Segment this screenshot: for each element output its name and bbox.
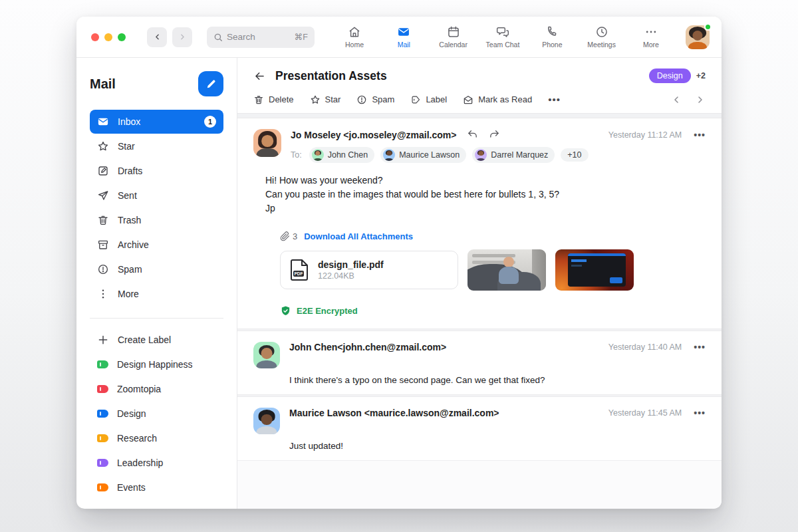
label-research[interactable]: Research [90, 426, 223, 450]
minimize-window-button[interactable] [104, 33, 112, 41]
recipient-name: John Chen [328, 150, 368, 160]
ellipsis-icon [644, 25, 658, 39]
forward-icon[interactable] [489, 129, 500, 140]
sidebar-item-inbox[interactable]: Inbox 1 [90, 110, 223, 134]
forward-button[interactable] [172, 27, 192, 47]
recipients-row: To: John Chen Maurice Lawson [291, 147, 706, 163]
search-input[interactable] [227, 32, 284, 42]
section-divider [237, 113, 722, 118]
compose-button[interactable] [198, 71, 223, 96]
chevron-left-icon [153, 33, 162, 41]
message-more-button[interactable]: ••• [694, 408, 706, 418]
sidebar-title: Mail [90, 76, 116, 92]
tab-home[interactable]: Home [337, 25, 372, 49]
back-to-inbox-button[interactable] [253, 70, 266, 82]
thread-toolbar: Delete Star Spam Label Mark as Read [237, 90, 722, 113]
recipient-chip[interactable]: Maurice Lawson [380, 147, 466, 163]
chat-bubbles-icon [496, 25, 509, 39]
chevron-right-icon [178, 33, 187, 41]
tab-team-chat[interactable]: Team Chat [485, 25, 520, 49]
drafts-icon [97, 165, 109, 177]
label-label: Label [426, 94, 447, 104]
attachment-file-size: 122.04KB [318, 271, 384, 281]
sidebar-item-label: Archive [118, 239, 149, 250]
mark-as-read-button[interactable]: Mark as Read [463, 94, 532, 105]
back-button[interactable] [147, 27, 167, 47]
sidebar-item-more[interactable]: More [90, 282, 223, 306]
spam-button[interactable]: Spam [356, 94, 394, 105]
tab-label: Mail [398, 41, 410, 49]
label-design[interactable]: Design [90, 402, 223, 426]
sidebar-item-drafts[interactable]: Drafts [90, 159, 223, 183]
label-events[interactable]: Events [90, 475, 223, 499]
sidebar-item-star[interactable]: Star [90, 134, 223, 158]
sidebar-item-trash[interactable]: Trash [90, 208, 223, 232]
plus-icon [97, 334, 109, 346]
recipients-overflow-chip[interactable]: +10 [561, 148, 588, 162]
label-name: Zoomtopia [117, 384, 161, 394]
sidebar-item-sent[interactable]: Sent [90, 184, 223, 207]
sidebar-item-label: Inbox [118, 116, 140, 127]
star-button[interactable]: Star [310, 94, 341, 105]
app-window: ⌘F Home Mail Calendar Team Chat Phone [76, 17, 722, 509]
delete-button[interactable]: Delete [253, 94, 294, 105]
phone-icon [545, 25, 559, 39]
close-window-button[interactable] [91, 33, 99, 41]
mail-icon [397, 25, 410, 39]
label-zoomtopia[interactable]: Zoomtopia [90, 377, 223, 401]
chevron-left-icon[interactable] [671, 94, 682, 105]
tab-more[interactable]: More [634, 25, 668, 49]
message-body: Hi! How was your weekend? Can you paste … [265, 174, 706, 215]
tab-meetings[interactable]: Meetings [585, 25, 619, 49]
message-john-chen[interactable]: John Chen<john.chen@zmail.com> Yesterday… [237, 331, 722, 394]
label-leadership[interactable]: Leadership [90, 451, 223, 475]
zoom-window-button[interactable] [118, 33, 126, 41]
message-body: Just updated! [289, 441, 706, 451]
label-design-happiness[interactable]: Design Happiness [90, 352, 223, 376]
message-more-button[interactable]: ••• [694, 130, 706, 140]
message-jo-moseley[interactable]: Jo Moseley <jo.moseley@zmail.com> Yester… [237, 118, 722, 329]
traffic-lights [91, 33, 126, 41]
tag-icon [410, 94, 421, 105]
thread-more-labels[interactable]: +2 [696, 71, 706, 80]
chevron-right-icon[interactable] [695, 94, 706, 105]
message-maurice-lawson[interactable]: Maurice Lawson <maurice.lawson@zmail.com… [237, 397, 722, 460]
attachment-pdf-card[interactable]: PDF design_file.pdf 122.04KB [280, 251, 458, 289]
paperclip-icon [280, 231, 290, 241]
thread-label-badge[interactable]: Design [649, 68, 691, 83]
message-more-button[interactable]: ••• [694, 342, 706, 352]
attachment-count: 3 [280, 231, 297, 241]
home-icon [348, 25, 361, 39]
avatar [475, 149, 487, 161]
attachment-image-screenshot[interactable] [555, 249, 634, 291]
reply-icon[interactable] [467, 129, 478, 140]
tab-mail[interactable]: Mail [386, 25, 421, 49]
avatar [312, 149, 324, 161]
download-all-link[interactable]: Download All Attachments [304, 231, 413, 241]
thread-pane-filler [237, 460, 722, 509]
search-box[interactable]: ⌘F [207, 27, 315, 48]
spam-label: Spam [372, 94, 394, 104]
label-tag-icon [97, 360, 108, 368]
create-label-text: Create Label [118, 334, 171, 345]
tab-label: Meetings [587, 41, 616, 49]
sidebar-item-spam[interactable]: Spam [90, 257, 223, 281]
attachment-image-photo[interactable] [467, 249, 546, 291]
profile-avatar[interactable] [686, 25, 710, 49]
label-button[interactable]: Label [410, 94, 447, 105]
label-tag-icon [97, 459, 108, 467]
recipient-chip[interactable]: Darrel Marquez [472, 147, 555, 163]
thread-title: Presentation Assets [275, 69, 387, 83]
star-icon [97, 140, 109, 152]
avatar [253, 129, 281, 157]
tab-calendar[interactable]: Calendar [436, 25, 471, 49]
sidebar-item-archive[interactable]: Archive [90, 233, 223, 257]
send-icon [97, 190, 109, 201]
tab-label: More [643, 41, 659, 49]
toolbar-more-button[interactable]: ••• [548, 94, 561, 105]
label-name: Design [117, 408, 146, 419]
recipient-chip[interactable]: John Chen [309, 147, 374, 163]
sidebar-item-label: Spam [118, 264, 142, 275]
create-label-button[interactable]: Create Label [90, 328, 223, 352]
tab-phone[interactable]: Phone [535, 25, 569, 49]
